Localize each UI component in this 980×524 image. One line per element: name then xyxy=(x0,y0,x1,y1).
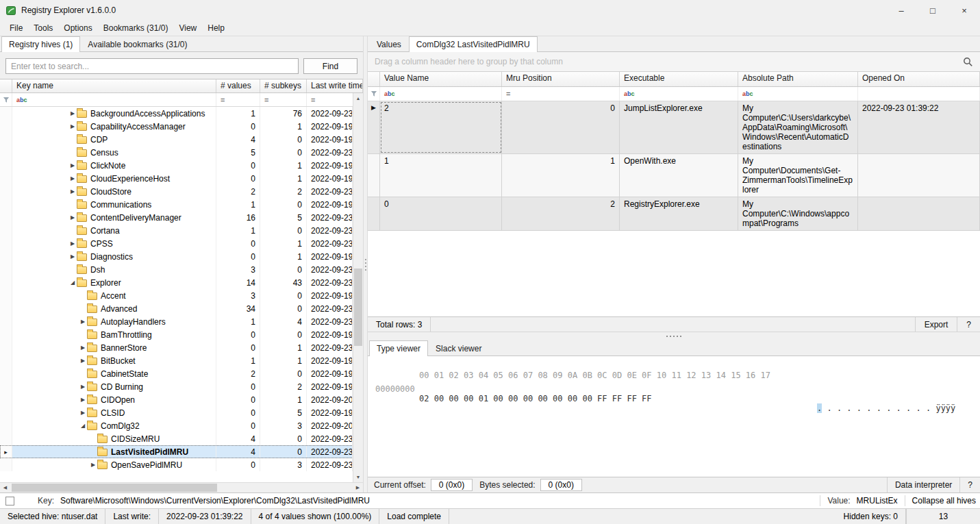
close-button[interactable]: × xyxy=(948,0,980,21)
menu-file[interactable]: File xyxy=(4,22,28,34)
expander-expanded-icon[interactable]: ◢ xyxy=(79,423,87,429)
tree-row-capabilityaccessmanager[interactable]: ▶CapabilityAccessManager012022-09-19 xyxy=(0,120,363,133)
tab-slack-viewer[interactable]: Slack viewer xyxy=(428,340,489,356)
maximize-button[interactable]: □ xyxy=(917,0,948,21)
tree-row-clsid[interactable]: ▶CLSID052022-09-19 xyxy=(0,406,363,419)
hex-viewer[interactable]: 00 01 02 03 04 05 06 07 08 09 0A 0B 0C 0… xyxy=(368,356,980,477)
tree-row-contentdeliverymanager[interactable]: ▶ContentDeliveryManager1652022-09-23 xyxy=(0,211,363,224)
menu-view[interactable]: View xyxy=(173,22,202,34)
expander-collapsed-icon[interactable]: ▶ xyxy=(68,214,77,221)
tab-type-viewer[interactable]: Type viewer xyxy=(369,340,428,356)
horizontal-scrollbar[interactable]: ◀ ▶ xyxy=(0,482,363,492)
menu-bookmarks[interactable]: Bookmarks (31/0) xyxy=(98,22,174,34)
search-icon[interactable] xyxy=(963,57,973,67)
filter-opened-on[interactable] xyxy=(858,87,980,101)
grid-help-button[interactable]: ? xyxy=(957,317,980,332)
tree-row-cabinetstate[interactable]: CabinetState202022-09-19 xyxy=(0,367,363,380)
tree-row-comdlg32[interactable]: ◢ComDlg32032022-09-20 xyxy=(0,419,363,432)
tree-row-bamthrottling[interactable]: BamThrottling002022-09-19 xyxy=(0,328,363,341)
expander-collapsed-icon[interactable]: ▶ xyxy=(89,462,97,468)
tree-row-diagnostics[interactable]: ▶Diagnostics012022-09-19 xyxy=(0,250,363,263)
find-button[interactable]: Find xyxy=(303,58,357,74)
hex-splitter[interactable] xyxy=(368,332,980,340)
tree-row-cidsizemru[interactable]: CIDSizeMRU402022-09-23 xyxy=(0,432,363,445)
search-input[interactable] xyxy=(5,58,299,74)
tree-row-advanced[interactable]: Advanced3402022-09-23 xyxy=(0,302,363,315)
filter-value-name[interactable]: abc xyxy=(380,87,502,101)
menu-help[interactable]: Help xyxy=(202,22,230,34)
data-interpreter-button[interactable]: Data interpreter xyxy=(887,477,959,492)
tree-row-opensavepidlmru[interactable]: ▶OpenSavePidlMRU032022-09-23 xyxy=(0,458,363,471)
value-row-2[interactable]: ▶20JumpListExplorer.exeMy Computer\C:\Us… xyxy=(368,101,980,154)
collapse-all-hives-button[interactable]: Collapse all hives xyxy=(912,496,976,506)
tree-row-cloudexperiencehost[interactable]: ▶CloudExperienceHost012022-09-19 xyxy=(0,172,363,185)
status-checkbox[interactable] xyxy=(5,497,14,506)
expander-collapsed-icon[interactable]: ▶ xyxy=(79,384,87,390)
column-opened-on[interactable]: Opened On xyxy=(858,72,980,86)
vscroll-thumb[interactable] xyxy=(354,269,362,347)
group-by-bar[interactable]: Drag a column header here to group by th… xyxy=(368,52,980,72)
tab-available-bookmarks[interactable]: Available bookmarks (31/0) xyxy=(80,36,194,52)
column-key-name[interactable]: Key name xyxy=(12,79,216,92)
panel-splitter[interactable] xyxy=(363,36,368,492)
column-value-name[interactable]: Value Name xyxy=(380,72,502,86)
value-row-1[interactable]: 11OpenWith.exeMy Computer\Documents\Get-… xyxy=(368,154,980,197)
tab-values[interactable]: Values xyxy=(369,36,409,52)
tree-row-bitbucket[interactable]: ▶BitBucket112022-09-19 xyxy=(0,354,363,367)
expander-collapsed-icon[interactable]: ▶ xyxy=(79,319,87,325)
tree-row-clicknote[interactable]: ▶ClickNote012022-09-19 xyxy=(0,159,363,172)
vertical-scrollbar[interactable]: ▲ ▼ xyxy=(353,93,363,482)
hex-help-button[interactable]: ? xyxy=(959,477,980,492)
expander-collapsed-icon[interactable]: ▶ xyxy=(79,397,87,403)
filter-absolute-path[interactable]: abc xyxy=(738,87,858,101)
expander-collapsed-icon[interactable]: ▶ xyxy=(68,110,77,116)
filter-mru-position[interactable]: = xyxy=(502,87,620,101)
filter-executable[interactable]: abc xyxy=(620,87,738,101)
tree-row-autoplayhandlers[interactable]: ▶AutoplayHandlers142022-09-23 xyxy=(0,315,363,328)
column-last-write-time[interactable]: Last write time xyxy=(307,79,363,92)
menu-options[interactable]: Options xyxy=(58,22,97,34)
column-num-subkeys[interactable]: # subkeys xyxy=(260,79,307,92)
column-executable[interactable]: Executable xyxy=(620,72,738,86)
expander-collapsed-icon[interactable]: ▶ xyxy=(68,188,77,195)
hscroll-thumb[interactable] xyxy=(12,484,217,492)
tab-registry-hives[interactable]: Registry hives (1) xyxy=(1,36,80,52)
expander-collapsed-icon[interactable]: ▶ xyxy=(68,240,77,247)
tree-row-cd-burning[interactable]: ▶CD Burning022022-09-19 xyxy=(0,380,363,393)
tree-row-communications[interactable]: Communications102022-09-19 xyxy=(0,198,363,211)
tree-row-explorer[interactable]: ◢Explorer14432022-09-23 xyxy=(0,276,363,289)
scroll-down-icon[interactable]: ▼ xyxy=(353,472,363,482)
filter-num-values[interactable]: = xyxy=(216,93,260,106)
tree-row-cidopen[interactable]: ▶CIDOpen012022-09-20 xyxy=(0,393,363,406)
tree-row-cpss[interactable]: ▶CPSS012022-09-23 xyxy=(0,237,363,250)
filter-num-subkeys[interactable]: = xyxy=(260,93,307,106)
tree-row-dsh[interactable]: Dsh302022-09-23 xyxy=(0,263,363,276)
tree-row-accent[interactable]: Accent302022-09-19 xyxy=(0,289,363,302)
minimize-button[interactable]: – xyxy=(885,0,917,21)
expander-collapsed-icon[interactable]: ▶ xyxy=(68,162,77,169)
tree-row-backgroundaccessapplications[interactable]: ▶BackgroundAccessApplications1762022-09-… xyxy=(0,107,363,120)
column-mru-position[interactable]: Mru Position xyxy=(502,72,620,86)
export-button[interactable]: Export xyxy=(915,317,957,332)
scroll-up-icon[interactable]: ▲ xyxy=(353,93,363,103)
expander-collapsed-icon[interactable]: ▶ xyxy=(79,345,87,351)
column-absolute-path[interactable]: Absolute Path xyxy=(738,72,858,86)
tree-row-bannerstore[interactable]: ▶BannerStore012022-09-23 xyxy=(0,341,363,354)
menu-tools[interactable]: Tools xyxy=(28,22,58,34)
expander-collapsed-icon[interactable]: ▶ xyxy=(68,123,77,129)
expander-collapsed-icon[interactable]: ▶ xyxy=(79,358,87,364)
expander-collapsed-icon[interactable]: ▶ xyxy=(68,253,77,260)
column-num-values[interactable]: # values xyxy=(216,79,260,92)
tree-row-cloudstore[interactable]: ▶CloudStore222022-09-23 xyxy=(0,185,363,198)
tree-row-cdp[interactable]: CDP402022-09-19 xyxy=(0,133,363,146)
tree-row-cortana[interactable]: Cortana102022-09-23 xyxy=(0,224,363,237)
tree-row-lastvisitedpidlmru[interactable]: ▸LastVisitedPidlMRU402022-09-23 xyxy=(0,445,363,458)
expander-collapsed-icon[interactable]: ▶ xyxy=(79,410,87,416)
filter-key-name[interactable]: abc xyxy=(12,93,216,106)
tab-comdlg32-lastvisitedpidlmru[interactable]: ComDlg32 LastVisitedPidlMRU xyxy=(409,36,538,52)
expander-collapsed-icon[interactable]: ▶ xyxy=(68,175,77,182)
scroll-left-icon[interactable]: ◀ xyxy=(0,483,10,492)
expander-expanded-icon[interactable]: ◢ xyxy=(68,279,77,286)
scroll-right-icon[interactable]: ▶ xyxy=(353,483,363,492)
tree-row-census[interactable]: Census502022-09-23 xyxy=(0,146,363,159)
